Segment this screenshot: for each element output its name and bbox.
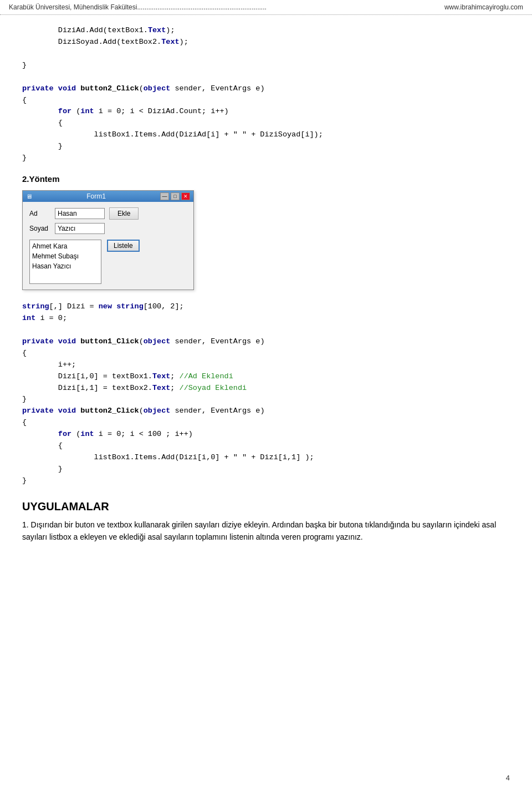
app-item-1: 1. Dışırıdan bir buton ve textbox kullan… xyxy=(22,519,510,544)
form-right-col: Listele xyxy=(107,237,140,252)
form-window: 🖥 Form1 — □ ✕ Ad Ekle Soyad xyxy=(22,190,194,290)
header-right: www.ibrahimcayiroglu.com xyxy=(444,3,523,11)
code-line xyxy=(22,48,510,60)
code-line xyxy=(22,72,510,83)
code-line: } xyxy=(22,141,510,153)
code-line: listBox1.Items.Add(Dizi[i,0] + " " + Diz… xyxy=(22,452,510,464)
code-line: listBox1.Items.Add(DiziAd[i] + " " + Diz… xyxy=(22,129,510,141)
form-title: Form1 xyxy=(32,192,160,200)
code-line: for (int i = 0; i < 100 ; i++) xyxy=(22,429,510,440)
list-item: Hasan Yazıcı xyxy=(32,261,99,271)
code-line: } xyxy=(22,475,510,487)
code-line: { xyxy=(22,440,510,452)
form-titlebar: 🖥 Form1 — □ ✕ xyxy=(23,191,193,202)
page-number: 4 xyxy=(506,774,510,782)
listele-button[interactable]: Listele xyxy=(107,240,140,252)
code-line: DiziSoyad.Add(textBox2.Text); xyxy=(22,37,510,48)
form-body: Ad Ekle Soyad Ahmet Kara Mehmet Subaşı H… xyxy=(23,202,193,290)
page-header: Karabük Üniversitesi, Mühendislik Fakült… xyxy=(0,0,532,15)
list-item: Mehmet Subaşı xyxy=(32,251,99,261)
form-row-soyad: Soyad xyxy=(29,223,187,234)
code-block-2: string[,] Dizi = new string[100, 2]; int… xyxy=(22,301,510,487)
code-line xyxy=(22,324,510,336)
form-row-ad: Ad Ekle xyxy=(29,207,187,220)
close-button[interactable]: ✕ xyxy=(181,192,190,200)
ekle-button[interactable]: Ekle xyxy=(109,207,139,220)
code-line: } xyxy=(22,153,510,164)
soyad-input[interactable] xyxy=(55,223,105,234)
code-line: for (int i = 0; i < DiziAd.Count; i++) xyxy=(22,106,510,118)
soyad-label: Soyad xyxy=(29,225,55,232)
maximize-button[interactable]: □ xyxy=(171,192,180,200)
code-line: { xyxy=(22,118,510,129)
code-line: Dizi[i,1] = textBox2.Text; //Soyad Eklen… xyxy=(22,383,510,394)
minimize-button[interactable]: — xyxy=(160,192,169,200)
code-line: Dizi[i,0] = textBox1.Text; //Ad Eklendi xyxy=(22,371,510,383)
code-line: private void button1_Click(object sender… xyxy=(22,336,510,348)
ad-label: Ad xyxy=(29,210,55,217)
code-line: DiziAd.Add(textBox1.Text); xyxy=(22,25,510,37)
app-item-number: 1. xyxy=(22,520,29,529)
form-titlebar-controls: — □ ✕ xyxy=(160,192,190,200)
code-line: { xyxy=(22,417,510,429)
form-listbox[interactable]: Ahmet Kara Mehmet Subaşı Hasan Yazıcı xyxy=(29,240,101,284)
code-line: string[,] Dizi = new string[100, 2]; xyxy=(22,301,510,313)
form-mockup-wrapper: 🖥 Form1 — □ ✕ Ad Ekle Soyad xyxy=(22,190,510,290)
listbox-col: Ahmet Kara Mehmet Subaşı Hasan Yazıcı xyxy=(29,237,101,284)
main-content: DiziAd.Add(textBox1.Text); DiziSoyad.Add… xyxy=(0,15,532,569)
code-line: i++; xyxy=(22,359,510,371)
code-line: private void button2_Click(object sender… xyxy=(22,405,510,417)
code-line: { xyxy=(22,348,510,359)
ad-input[interactable] xyxy=(55,208,105,219)
code-line: } xyxy=(22,464,510,475)
code-block-1: DiziAd.Add(textBox1.Text); DiziSoyad.Add… xyxy=(22,25,510,164)
code-line: private void button2_Click(object sender… xyxy=(22,83,510,95)
form-columns: Ahmet Kara Mehmet Subaşı Hasan Yazıcı Li… xyxy=(29,237,187,284)
list-item: Ahmet Kara xyxy=(32,241,99,251)
code-line: } xyxy=(22,60,510,72)
code-line: int i = 0; xyxy=(22,313,510,324)
section2-heading: 2.Yöntem xyxy=(22,174,510,184)
form-icon: 🖥 xyxy=(26,193,32,200)
header-left: Karabük Üniversitesi, Mühendislik Fakült… xyxy=(9,3,267,11)
code-line: { xyxy=(22,95,510,106)
uygulamalar-heading: UYGULAMALAR xyxy=(22,500,510,513)
code-line: } xyxy=(22,394,510,405)
app-item-text: Dışırıdan bir buton ve textbox kullanara… xyxy=(22,520,496,541)
